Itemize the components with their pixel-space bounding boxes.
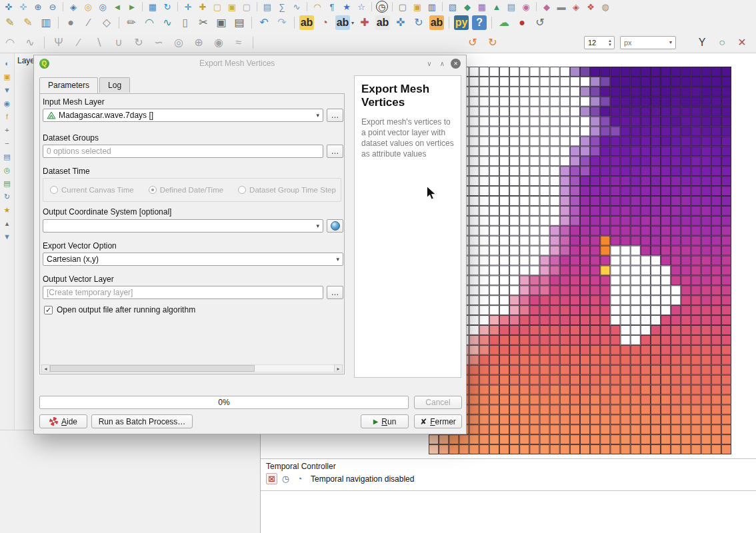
cut-features-icon[interactable]: ✂	[196, 15, 211, 30]
add-wms-layer-icon[interactable]: ◉	[520, 1, 532, 13]
current-edits-icon[interactable]: ✎	[3, 15, 17, 30]
fixed-range-navigation-icon[interactable]: ◷	[280, 473, 291, 484]
simplify-feature-icon[interactable]: ∽	[151, 35, 166, 50]
zoom-next-icon[interactable]: ►	[126, 1, 138, 13]
scroll-left-icon[interactable]: ◂	[41, 364, 50, 372]
layout-manager-icon[interactable]: ▬	[555, 1, 567, 13]
output-vector-layer-field[interactable]: [Create temporary layer]	[43, 286, 323, 299]
chevron-up-icon[interactable]: ∧	[438, 60, 447, 67]
options-icon[interactable]: ◍	[599, 1, 611, 13]
add-group-icon[interactable]: ▣	[3, 72, 12, 81]
radio-current-canvas-time[interactable]: Current Canvas Time	[50, 186, 134, 194]
zoom-out-icon[interactable]: ⊖	[47, 1, 59, 13]
plugin-manager-icon[interactable]: ☁	[497, 15, 511, 30]
map-tips-icon[interactable]: ¶	[326, 1, 338, 13]
layer-order-icon[interactable]: ▤	[3, 179, 12, 188]
new-project-icon[interactable]: ▢	[397, 1, 409, 13]
deselect-features-icon[interactable]: ▢	[241, 1, 253, 13]
rotate-feature-icon[interactable]: ↻	[131, 35, 146, 50]
filter-expression-icon[interactable]: f	[3, 112, 12, 121]
animated-navigation-icon[interactable]: ◔	[294, 473, 305, 484]
add-ring-icon[interactable]: ◎	[171, 35, 186, 50]
close-button[interactable]: ✘ Fermer	[414, 414, 462, 428]
statistical-summary-icon[interactable]: ∿	[291, 1, 303, 13]
select-features-icon[interactable]: ▢	[211, 1, 223, 13]
reshape-features-icon[interactable]: Ψ	[51, 35, 66, 50]
chevron-down-icon[interactable]: ∨	[425, 60, 433, 67]
merge-features-icon[interactable]: ∪	[111, 35, 126, 50]
copy-features-icon[interactable]: ▣	[214, 15, 229, 30]
temporal-controller-icon[interactable]: ◷	[376, 1, 388, 13]
digitize-line-icon[interactable]: ∕	[81, 15, 96, 30]
output-vector-layer-browse-button[interactable]: …	[327, 286, 343, 299]
fill-ring-icon[interactable]: ◉	[211, 35, 226, 50]
help-button[interactable]: Aide	[39, 414, 87, 428]
digitize-polygon-icon[interactable]: ◇	[99, 15, 114, 30]
undo-icon[interactable]: ↶	[257, 15, 271, 30]
zoom-to-selection-icon[interactable]: ◎	[82, 1, 94, 13]
input-mesh-layer-combo[interactable]: Madagascar.wave.7days [] ▾	[43, 109, 323, 122]
rotate-label-icon[interactable]: ↻	[411, 15, 426, 30]
zoom-in-icon[interactable]: ⊕	[32, 1, 44, 13]
delete-selected-icon[interactable]: ▯	[178, 15, 193, 30]
open-attribute-table-icon[interactable]: ▤	[261, 1, 273, 13]
select-crs-button[interactable]	[327, 219, 343, 233]
layer-labeling-icon[interactable]: ab	[299, 15, 314, 30]
pan-to-selection-icon[interactable]: ✜	[17, 1, 29, 13]
select-by-value-icon[interactable]: ▣	[226, 1, 238, 13]
pin-labels-icon[interactable]: ✚	[357, 15, 372, 30]
add-delimited-text-icon[interactable]: ▤	[505, 1, 517, 13]
dataset-groups-field[interactable]: 0 options selected	[43, 145, 323, 158]
output-crs-combo[interactable]: ▾	[43, 219, 323, 233]
radio-defined-date-time[interactable]: Defined Date/Time	[149, 186, 223, 194]
remove-layer-icon[interactable]: ▤	[3, 152, 12, 161]
layer-diagram-icon[interactable]: ◔	[317, 15, 332, 30]
zoom-to-layer-icon[interactable]: ◎	[97, 1, 109, 13]
size-spinbox[interactable]: 12▲▼	[584, 36, 615, 49]
scrollbar-track[interactable]	[50, 364, 334, 372]
trim-extend-icon[interactable]: Y	[695, 35, 709, 50]
input-mesh-layer-browse-button[interactable]: …	[327, 109, 343, 122]
dropdown-arrow-icon[interactable]: ▾	[351, 20, 354, 26]
open-output-checkbox[interactable]: ✓	[44, 306, 53, 314]
tab-parameters[interactable]: Parameters	[39, 77, 98, 93]
save-layer-edits-icon[interactable]: ▥	[39, 15, 53, 30]
open-project-icon[interactable]: ▣	[411, 1, 423, 13]
style-manager-icon[interactable]: ◆	[541, 1, 553, 13]
temporal-navigation-off-icon[interactable]: ⊠	[266, 473, 277, 484]
save-project-icon[interactable]: ▥	[426, 1, 438, 13]
new-map-view-icon[interactable]: ▦	[147, 1, 159, 13]
vertex-tool-icon[interactable]: ✏	[124, 15, 139, 30]
pan-map-icon[interactable]: ✜	[3, 1, 15, 13]
zoom-full-icon[interactable]: ◈	[67, 1, 79, 13]
add-vector-layer-icon[interactable]: ◆	[461, 1, 473, 13]
digitize-curve-icon[interactable]: ◠	[142, 15, 157, 30]
processing-toolbox-icon[interactable]: ❖	[585, 1, 597, 13]
add-raster-layer-icon[interactable]: ▦	[476, 1, 488, 13]
datasource-manager-icon[interactable]: ▧	[447, 1, 459, 13]
rotate-point-symbols-icon[interactable]: ↺	[465, 35, 480, 50]
run-feature-action-icon[interactable]: ✚	[197, 1, 209, 13]
label-options-icon[interactable]: ab	[335, 15, 350, 30]
identify-features-icon[interactable]: ✛	[182, 1, 194, 13]
run-button[interactable]: ▶ Run	[361, 414, 409, 428]
trace-digitize-icon[interactable]: ∿	[23, 35, 37, 50]
paste-features-icon[interactable]: ▤	[232, 15, 247, 30]
offset-point-symbol-icon[interactable]: ↻	[485, 35, 500, 50]
snapping-options-icon[interactable]: ◠	[3, 35, 17, 50]
radio-dataset-group-time-step[interactable]: Dataset Group Time Step	[238, 186, 336, 194]
digitize-point-icon[interactable]: ●	[63, 15, 78, 30]
new-bookmark-icon[interactable]: ★	[341, 1, 353, 13]
offset-curve-icon[interactable]: ≈	[231, 35, 246, 50]
highlight-labels-icon[interactable]: ab	[375, 15, 390, 30]
tab-log[interactable]: Log	[99, 77, 130, 93]
change-label-icon[interactable]: ab	[429, 15, 444, 30]
unit-combobox[interactable]: px▾	[620, 36, 676, 49]
dialog-titlebar[interactable]: Q Export Mesh Vertices ∨ ∧ ✕	[34, 55, 466, 71]
python-console-icon[interactable]: py	[454, 15, 469, 30]
filter-legend-icon[interactable]: ▼	[3, 85, 12, 95]
move-label-icon[interactable]: ✜	[393, 15, 408, 30]
report-issue-icon[interactable]: ●	[515, 15, 529, 30]
field-calculator-icon[interactable]: ∑	[276, 1, 288, 13]
expand-all-icon[interactable]: +	[3, 125, 12, 135]
